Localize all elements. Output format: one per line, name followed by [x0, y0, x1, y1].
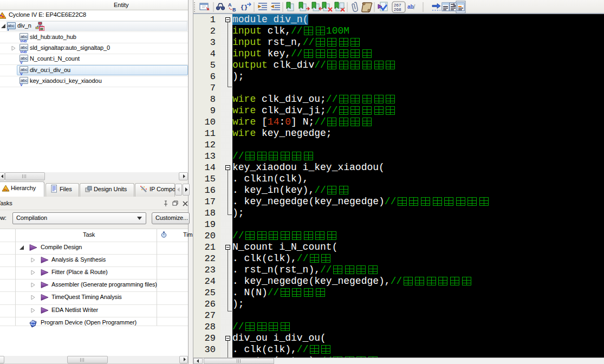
- svg-text:abc: abc: [21, 34, 28, 39]
- svg-text:V: V: [20, 61, 23, 64]
- svg-text:268: 268: [394, 7, 401, 12]
- svg-text:2: 2: [453, 3, 455, 6]
- svg-text:/: /: [413, 3, 415, 11]
- svg-text:B: B: [232, 7, 236, 12]
- svg-text:V: V: [20, 72, 23, 76]
- svg-text:V: V: [20, 83, 23, 87]
- svg-text:ab: ab: [407, 4, 414, 10]
- svg-text:abc: abc: [21, 67, 28, 72]
- svg-text:A: A: [228, 2, 232, 8]
- svg-text:abc: abc: [21, 78, 28, 83]
- svg-text:{}: {}: [241, 4, 248, 11]
- svg-text:abc: abc: [21, 45, 28, 50]
- svg-text:abc: abc: [21, 56, 28, 61]
- svg-text:abc: abc: [8, 23, 15, 28]
